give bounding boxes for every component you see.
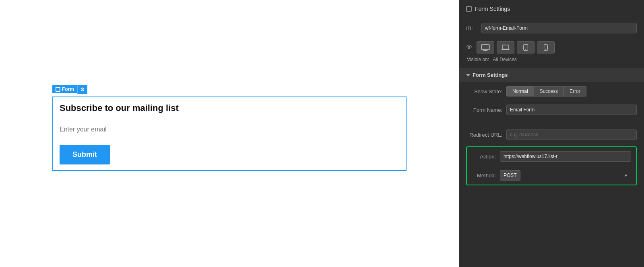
action-row: Action: bbox=[467, 147, 636, 166]
method-select[interactable]: POST GET bbox=[500, 170, 520, 181]
visible-on-row: Visible on: All Devices bbox=[466, 57, 637, 62]
redirect-url-row: Redirect URL: bbox=[459, 125, 644, 144]
laptop-icon bbox=[501, 44, 510, 51]
visibility-row: 👁 bbox=[459, 38, 644, 68]
panel-header-section: Form Settings bbox=[459, 0, 644, 18]
desktop-icon bbox=[481, 44, 490, 51]
mobile-icon bbox=[541, 44, 550, 51]
eye-icon: 👁 bbox=[466, 44, 473, 51]
panel-header: Form Settings bbox=[466, 6, 637, 12]
submit-button[interactable]: Submit bbox=[60, 145, 110, 164]
id-row: ID: bbox=[459, 18, 644, 38]
redirect-url-label: Redirect URL: bbox=[466, 132, 502, 138]
state-success-button[interactable]: Success bbox=[534, 86, 564, 97]
visible-on-value: All Devices bbox=[493, 57, 517, 62]
form-wrapper: Form ⚙ Subscribe to our mailing list Sub… bbox=[52, 97, 407, 171]
form-settings-header[interactable]: Form Settings bbox=[459, 68, 644, 82]
form-email-row[interactable] bbox=[53, 120, 406, 139]
svg-rect-0 bbox=[481, 45, 489, 49]
form-checkbox-icon bbox=[56, 87, 60, 92]
spacer bbox=[459, 119, 644, 125]
action-label: Action: bbox=[472, 154, 496, 160]
show-state-label: Show State: bbox=[466, 88, 502, 94]
tablet-icon bbox=[521, 44, 530, 51]
visible-on-label: Visible on: bbox=[467, 57, 489, 62]
laptop-device-button[interactable] bbox=[497, 41, 514, 53]
right-panel: Form Settings ID: 👁 bbox=[459, 0, 644, 267]
show-state-buttons: Normal Success Error bbox=[506, 86, 586, 97]
form-element: Subscribe to our mailing list Submit bbox=[52, 97, 407, 171]
form-gear-badge[interactable]: ⚙ bbox=[77, 85, 87, 94]
method-label: Method: bbox=[472, 173, 496, 179]
method-row: Method: POST GET bbox=[467, 166, 636, 185]
device-icons-row: 👁 bbox=[466, 41, 637, 53]
gear-icon: ⚙ bbox=[80, 86, 85, 92]
show-state-row: Show State: Normal Success Error bbox=[459, 82, 644, 101]
form-name-input[interactable] bbox=[506, 105, 637, 115]
form-title: Subscribe to our mailing list bbox=[53, 97, 406, 120]
id-input[interactable] bbox=[481, 23, 637, 33]
form-submit-row: Submit bbox=[53, 139, 406, 170]
email-input[interactable] bbox=[60, 126, 399, 133]
canvas-area: Form ⚙ Subscribe to our mailing list Sub… bbox=[0, 0, 459, 267]
form-label-badge[interactable]: Form bbox=[52, 85, 77, 93]
action-input[interactable] bbox=[500, 151, 631, 162]
tablet-device-button[interactable] bbox=[517, 41, 535, 53]
state-normal-button[interactable]: Normal bbox=[506, 86, 534, 97]
svg-rect-3 bbox=[502, 45, 509, 49]
id-label: ID: bbox=[466, 25, 477, 31]
svg-point-8 bbox=[545, 49, 546, 50]
form-label-text: Form bbox=[62, 86, 74, 92]
header-checkbox-icon bbox=[466, 6, 472, 12]
svg-point-6 bbox=[525, 49, 526, 50]
form-settings-section: Form Settings Show State: Normal Success… bbox=[459, 68, 644, 185]
desktop-device-button[interactable] bbox=[477, 41, 494, 53]
method-select-wrapper: POST GET bbox=[500, 170, 631, 181]
mobile-device-button[interactable] bbox=[537, 41, 555, 53]
state-error-button[interactable]: Error bbox=[564, 86, 586, 97]
form-label-bar: Form ⚙ bbox=[52, 85, 87, 94]
svg-rect-4 bbox=[502, 49, 510, 50]
redirect-url-input[interactable] bbox=[506, 129, 637, 140]
form-name-row: Form Name: bbox=[459, 101, 644, 119]
panel-header-label: Form Settings bbox=[475, 6, 510, 12]
collapse-triangle-icon bbox=[466, 74, 470, 76]
action-method-box: Action: Method: POST GET bbox=[466, 146, 637, 185]
form-settings-header-label: Form Settings bbox=[473, 72, 508, 78]
form-name-label: Form Name: bbox=[466, 107, 502, 113]
